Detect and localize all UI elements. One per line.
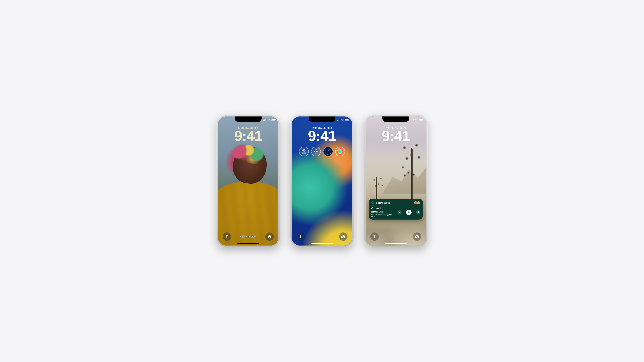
status-bar	[411, 118, 422, 121]
lock-time: 9:41	[218, 129, 278, 143]
lock-screen-widgets: 65 55 72 8:29 PM NYC	[292, 147, 352, 156]
flashlight-button[interactable]	[370, 232, 379, 241]
lock-clock: Monday, June 6 9:41	[218, 126, 278, 143]
flashlight-button[interactable]	[223, 232, 231, 241]
step-preparing-icon	[406, 210, 412, 215]
activity-progress	[398, 210, 420, 215]
cellular-icon	[263, 119, 266, 121]
sunset-ampm: PM	[315, 153, 317, 155]
cellular-icon	[411, 119, 414, 121]
camera-button[interactable]	[265, 232, 274, 241]
status-bar	[263, 118, 275, 121]
flashlight-button[interactable]	[296, 232, 305, 241]
notifications-label: 8 Notifications	[242, 235, 256, 238]
svg-point-6	[408, 211, 410, 212]
notch	[308, 116, 336, 122]
home-indicator[interactable]	[311, 243, 333, 244]
avatar	[416, 201, 420, 205]
home-indicator[interactable]	[237, 243, 259, 244]
battery-icon	[345, 119, 349, 121]
wallpaper-subject	[218, 143, 278, 246]
lock-time: 9:41	[292, 129, 352, 143]
wifi-icon	[415, 118, 418, 121]
wifi-icon	[267, 118, 270, 121]
battery-icon	[418, 119, 422, 121]
tree-canopy	[399, 162, 418, 180]
sunset-time: 8:29	[314, 150, 318, 153]
home-indicator[interactable]	[385, 243, 407, 244]
activity-rings-widget[interactable]	[335, 147, 345, 156]
phone-2-frame: Monday, June 6 9:41 65 55 72 8:29 PM NYC	[290, 115, 354, 247]
step-ready-icon	[416, 210, 420, 214]
starbucks-logo-icon: ✦	[371, 201, 374, 204]
phone-1-screen[interactable]: Monday, June 6 9:41 8 Notifications	[218, 116, 278, 246]
battery-icon	[271, 119, 275, 121]
notifications-summary[interactable]: 8 Notifications	[240, 235, 256, 238]
world-clock-widget[interactable]: NYC	[323, 147, 333, 156]
step-sent-icon	[398, 210, 402, 214]
temp-current: 65	[302, 149, 306, 152]
phone-3-frame: Monday, June 6 9:41 ✦ In store pickup Or…	[364, 115, 428, 247]
lock-clock: Monday, June 6 9:41	[366, 126, 426, 143]
phone-2-screen[interactable]: Monday, June 6 9:41 65 55 72 8:29 PM NYC	[292, 116, 352, 246]
status-bar	[337, 118, 349, 121]
phone-3-screen[interactable]: Monday, June 6 9:41 ✦ In store pickup Or…	[366, 116, 426, 246]
notch	[382, 116, 409, 122]
live-activity-card[interactable]: ✦ In store pickup Order in progress We a…	[368, 199, 423, 220]
weather-widget[interactable]: 65 55 72	[299, 147, 309, 156]
camera-button[interactable]	[339, 232, 348, 241]
lock-clock: Monday, June 6 9:41	[292, 126, 352, 143]
activity-brand-label: In store pickup	[376, 202, 390, 204]
activity-title: Order in progress	[371, 207, 395, 213]
phone-lineup: Monday, June 6 9:41 8 Notifications	[210, 105, 434, 257]
dot-icon	[240, 236, 241, 237]
activity-avatars	[415, 201, 420, 205]
cellular-icon	[337, 119, 340, 121]
activity-rings-icon	[337, 148, 344, 155]
camera-button[interactable]	[413, 232, 421, 241]
notch	[235, 116, 262, 122]
activity-subtitle: We are handcrafting your order	[371, 214, 395, 218]
lock-time: 9:41	[366, 129, 426, 143]
phone-1-frame: Monday, June 6 9:41 8 Notifications	[216, 115, 280, 247]
tree-canopy	[372, 176, 385, 190]
wifi-icon	[341, 118, 344, 121]
clock-city: NYC	[327, 153, 330, 155]
sunset-widget[interactable]: 8:29 PM	[311, 147, 321, 156]
